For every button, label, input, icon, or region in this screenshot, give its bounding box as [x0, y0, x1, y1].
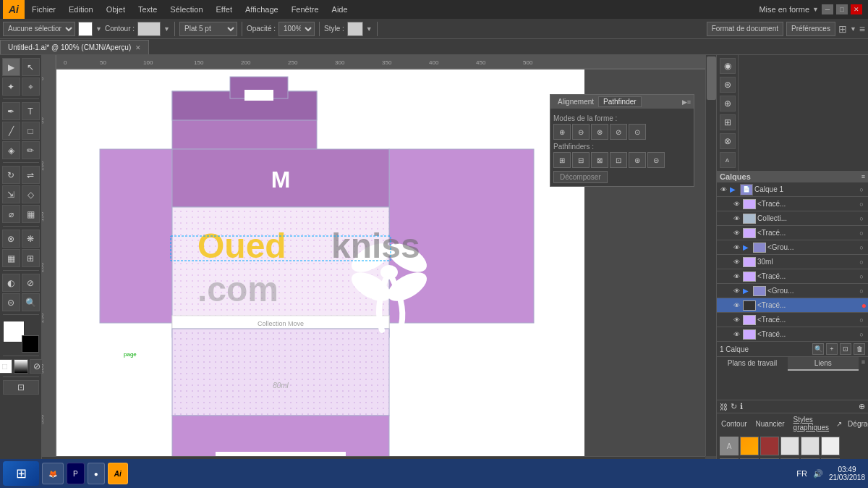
- pen-tool[interactable]: ✒: [2, 102, 20, 120]
- styles-graphiques-tab[interactable]: Styles graphiques: [792, 415, 830, 432]
- gradient-tool[interactable]: ◐: [2, 274, 20, 292]
- mesh-tool[interactable]: ⊞: [22, 249, 40, 267]
- menu-effet[interactable]: Effet: [210, 4, 238, 15]
- style-swatch-0[interactable]: A: [720, 437, 739, 455]
- plans-menu-icon[interactable]: ≡: [859, 357, 868, 371]
- right-tool-2[interactable]: ⊛: [720, 77, 736, 93]
- layer-row-4[interactable]: 👁 ▶ <Grou... ○: [717, 240, 868, 255]
- rotate-tool[interactable]: ↻: [2, 166, 20, 184]
- style-swatch[interactable]: [347, 22, 363, 36]
- menu-fenetre[interactable]: Fenêtre: [286, 4, 325, 15]
- magic-wand-tool[interactable]: ✦: [2, 77, 20, 96]
- link-info-icon[interactable]: ℹ: [740, 402, 743, 411]
- scale-tool[interactable]: ⇲: [2, 185, 20, 203]
- calques-search-btn[interactable]: 🔍: [812, 343, 824, 355]
- taskbar-app-3[interactable]: ●: [88, 463, 105, 484]
- calques-add-btn[interactable]: +: [826, 343, 838, 355]
- opacity-dropdown[interactable]: 100%: [278, 22, 315, 36]
- select-tool[interactable]: ▶: [2, 58, 20, 76]
- style-swatch-4[interactable]: [801, 437, 820, 455]
- eye-icon-9[interactable]: 👁: [731, 316, 741, 324]
- symbol-tool[interactable]: ❋: [22, 230, 40, 248]
- graph-tool[interactable]: ▦: [22, 205, 40, 223]
- document-tab[interactable]: Untitled-1.ai* @ 100% (CMJN/Aperçu) ✕: [0, 40, 149, 54]
- link-refresh-icon[interactable]: ↻: [731, 402, 737, 411]
- minus-back-icon[interactable]: ⊙: [629, 124, 646, 140]
- minus-back2-icon[interactable]: ⊝: [647, 152, 665, 168]
- column-graph-tool[interactable]: ▦: [2, 249, 20, 267]
- right-tool-1[interactable]: ◉: [720, 58, 736, 74]
- layer-row-1[interactable]: 👁 <Tracé... ○: [717, 197, 868, 211]
- link-chain-icon[interactable]: ⛓: [720, 403, 728, 411]
- pathfinder-expand-icon[interactable]: ≡: [687, 98, 691, 106]
- crop-icon[interactable]: ⊡: [610, 152, 627, 168]
- eyedropper-tool[interactable]: ⊘: [22, 274, 40, 292]
- blend-tool[interactable]: ⊗: [2, 230, 20, 248]
- expand-icon-7[interactable]: ▶: [743, 287, 752, 295]
- right-tool-6[interactable]: A: [720, 152, 736, 168]
- layer-row-10[interactable]: 👁 <Tracé... ○: [717, 327, 868, 342]
- taskbar-app-ai[interactable]: Ai: [108, 463, 128, 484]
- contour-color[interactable]: [137, 22, 161, 36]
- fill-icon[interactable]: □: [0, 359, 12, 374]
- calques-menu-icon[interactable]: ≡: [861, 173, 865, 180]
- pencil-tool[interactable]: ✏: [22, 141, 40, 159]
- calques-options-btn[interactable]: ⊡: [840, 343, 851, 355]
- plans-travail-tab[interactable]: Plans de travail: [717, 357, 788, 371]
- screen-mode-button[interactable]: ⊡: [3, 380, 39, 395]
- taskbar-app-1[interactable]: 🦊: [42, 463, 64, 484]
- layer-row-main[interactable]: 👁 ▶ 📄 Calque 1 ○: [717, 182, 868, 197]
- style-swatch-3[interactable]: [780, 437, 799, 455]
- pathfinder-menu-icon[interactable]: ▶: [682, 98, 687, 106]
- zoom-tool[interactable]: 🔍: [22, 293, 40, 311]
- exclude-icon[interactable]: ⊘: [610, 124, 627, 140]
- eye-icon-2[interactable]: 👁: [731, 215, 741, 222]
- canvas-scrollbar-vertical[interactable]: [705, 55, 716, 456]
- reflect-tool[interactable]: ⇌: [22, 166, 40, 184]
- link-embed-icon[interactable]: ⊕: [859, 402, 865, 411]
- expand-icon-4[interactable]: ▶: [743, 243, 752, 251]
- paint-tool[interactable]: ◈: [2, 141, 20, 159]
- selection-dropdown[interactable]: Aucune sélection: [3, 22, 75, 36]
- taskbar-app-2[interactable]: P: [67, 463, 85, 484]
- eye-icon-1[interactable]: 👁: [731, 201, 741, 208]
- tab-close-button[interactable]: ✕: [135, 44, 141, 51]
- menu-selection[interactable]: Sélection: [164, 4, 208, 15]
- liens-tab[interactable]: Liens: [788, 357, 859, 371]
- grid-icon[interactable]: ⊞: [838, 23, 847, 35]
- direct-select-tool[interactable]: ↖: [22, 58, 40, 76]
- shape-tool[interactable]: □: [22, 122, 40, 140]
- format-button[interactable]: Format de document: [707, 22, 783, 36]
- menu-aide[interactable]: Aide: [326, 4, 354, 15]
- menu-texte[interactable]: Texte: [132, 4, 163, 15]
- menu-affichage[interactable]: Affichage: [239, 4, 284, 15]
- eye-icon-6[interactable]: 👁: [731, 273, 741, 280]
- layer-row-5[interactable]: 👁 30ml ○: [717, 255, 868, 269]
- alignment-tab[interactable]: Alignement: [553, 97, 598, 106]
- preferences-button[interactable]: Préférences: [786, 22, 835, 36]
- layer-row-8[interactable]: 👁 <Tracé... ●: [717, 298, 868, 313]
- unite-icon[interactable]: ⊕: [553, 124, 571, 140]
- fill-swatch[interactable]: [78, 22, 93, 36]
- intersect-icon[interactable]: ⊗: [591, 124, 608, 140]
- eye-icon-8[interactable]: 👁: [731, 302, 741, 309]
- expand-icon-main[interactable]: ▶: [730, 185, 739, 193]
- menu-fichier[interactable]: Fichier: [26, 4, 61, 15]
- taskbar-volume-icon[interactable]: 🔊: [813, 469, 823, 479]
- minimize-button[interactable]: ─: [822, 4, 833, 14]
- right-tool-3[interactable]: ⊕: [720, 96, 736, 112]
- menu-edition[interactable]: Edition: [63, 4, 99, 15]
- eye-icon-7[interactable]: 👁: [731, 287, 741, 295]
- text-tool[interactable]: T: [22, 102, 40, 120]
- menu-objet[interactable]: Objet: [101, 4, 131, 15]
- minus-front-icon[interactable]: ⊖: [572, 124, 590, 140]
- right-tool-5[interactable]: ⊗: [720, 133, 736, 149]
- calques-delete-btn[interactable]: 🗑: [854, 343, 865, 355]
- eye-icon-10[interactable]: 👁: [731, 331, 741, 338]
- layer-row-7[interactable]: 👁 ▶ <Grou... ○: [717, 284, 868, 298]
- layer-row-6[interactable]: 👁 <Tracé... ○: [717, 269, 868, 284]
- divide-icon[interactable]: ⊞: [553, 152, 571, 168]
- pathfinder-tab[interactable]: Pathfinder: [598, 96, 642, 107]
- outline-icon[interactable]: ⊛: [629, 152, 646, 168]
- style-swatch-5[interactable]: [821, 437, 840, 455]
